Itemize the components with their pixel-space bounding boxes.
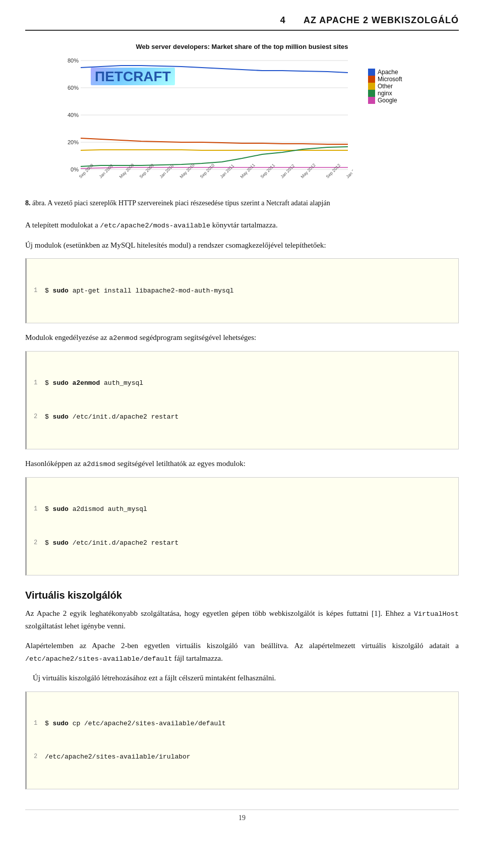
code-line-3-1: 1 $ sudo a2dismod auth_mysql: [34, 504, 451, 515]
netcraft-logo: ПETCRAFT: [91, 68, 175, 85]
code-block-4: 1 $ sudo cp /etc/apache2/sites-available…: [25, 691, 459, 790]
svg-text:May 2011: May 2011: [239, 162, 256, 180]
page-header: 4 AZ APACHE 2 WEBKISZOLGÁLÓ: [25, 15, 459, 31]
code-content-2-1: $ sudo a2enmod auth_mysql: [45, 378, 451, 389]
code-content-2-2: $ sudo /etc/init.d/apache2 restart: [45, 412, 451, 423]
para3-text: Modulok engedélyezése az: [25, 333, 109, 341]
para6-text: Alapértelemben az Apache 2-ben egyetlen …: [25, 642, 459, 650]
chart-title: Web server developers: Market share of t…: [60, 43, 424, 50]
code-line-4-1: 1 $ sudo cp /etc/apache2/sites-available…: [34, 718, 451, 729]
chapter-number: 4: [280, 15, 286, 25]
code-content-1-1: $ sudo apt-get install libapache2-mod-au…: [45, 285, 451, 297]
legend-other: Other: [368, 83, 424, 90]
svg-text:Sep 2010: Sep 2010: [199, 162, 215, 179]
svg-text:Sep 2012: Sep 2012: [325, 162, 341, 179]
code-content-4-2: /etc/apache2/sites-available/irulabor: [45, 751, 451, 763]
code-line-1-1: 1 $ sudo apt-get install libapache2-mod-…: [34, 285, 451, 297]
svg-text:20%: 20%: [68, 139, 79, 145]
para3-end: segédprogram segítségével lehetséges:: [138, 333, 256, 341]
svg-text:Jan 2012: Jan 2012: [279, 163, 295, 179]
line-num-1-1: 1: [34, 285, 45, 297]
line-num-3-2: 2: [34, 538, 45, 549]
chart-area: ПETCRAFT 80% 60% 40% 20% 0%: [60, 53, 359, 185]
legend-label-google: Google: [378, 97, 397, 104]
para4-text: Hasonlóképpen az: [25, 459, 83, 468]
svg-text:60%: 60%: [68, 85, 79, 91]
section-heading-virtual: Virtuális kiszolgálók: [25, 590, 459, 601]
code-content-4-1: $ sudo cp /etc/apache2/sites-available/d…: [45, 718, 451, 729]
code-content-3-2: $ sudo /etc/init.d/apache2 restart: [45, 538, 451, 549]
paragraph-6: Alapértelemben az Apache 2-ben egyetlen …: [25, 640, 459, 665]
para7-text: Új virtuális kiszolgáló létrehozásához e…: [33, 674, 276, 682]
legend-label-microsoft: Microsoft: [378, 76, 402, 83]
chart-wrap: ПETCRAFT 80% 60% 40% 20% 0%: [60, 53, 424, 185]
svg-text:Sep 2011: Sep 2011: [259, 162, 276, 179]
page-number: 19: [238, 814, 246, 822]
legend-color-microsoft: [368, 76, 375, 83]
legend-label-nginx: nginx: [378, 90, 392, 97]
para6-code: /etc/apache2/sites-available/default: [25, 655, 172, 663]
line-num-4-1: 1: [34, 718, 45, 729]
line-num-4-2: 2: [34, 751, 45, 763]
paragraph-7: Új virtuális kiszolgáló létrehozásához e…: [25, 672, 459, 684]
figure-number: 8.: [25, 199, 31, 207]
para1-text: A telepített modulokat a: [25, 221, 100, 229]
svg-text:Jan 2011: Jan 2011: [219, 163, 235, 179]
code-line-2-2: 2 $ sudo /etc/init.d/apache2 restart: [34, 412, 451, 423]
code-block-2: 1 $ sudo a2enmod auth_mysql 2 $ sudo /et…: [25, 351, 459, 449]
paragraph-3: Modulok engedélyezése az a2enmod segédpr…: [25, 331, 459, 344]
code-block-3: 1 $ sudo a2dismod auth_mysql 2 $ sudo /e…: [25, 477, 459, 575]
para1-code: /etc/apache2/mods-available: [100, 222, 210, 229]
legend-color-google: [368, 97, 375, 104]
code-block-1: 1 $ sudo apt-get install libapache2-mod-…: [25, 258, 459, 323]
legend-color-nginx: [368, 90, 375, 97]
line-num-2-1: 1: [34, 378, 45, 389]
code-line-2-1: 1 $ sudo a2enmod auth_mysql: [34, 378, 451, 389]
figure-caption-text: ábra. A vezető piaci szereplők HTTP szer…: [32, 199, 330, 207]
svg-text:May 2012: May 2012: [299, 162, 317, 180]
paragraph-4: Hasonlóképpen az a2dismod segítségével l…: [25, 457, 459, 470]
legend-color-other: [368, 83, 375, 90]
paragraph-2: Új modulok (esetünkben az MySQL hitelesí…: [25, 239, 459, 252]
paragraph-1: A telepített modulokat a /etc/apache2/mo…: [25, 219, 459, 232]
para5-code: VirtualHost: [414, 610, 459, 618]
svg-text:Jan 2013: Jan 2013: [345, 163, 353, 179]
line-num-3-1: 1: [34, 504, 45, 515]
svg-text:80%: 80%: [68, 57, 79, 64]
legend-microsoft: Microsoft: [368, 76, 424, 83]
figure-caption: 8. ábra. A vezető piaci szereplők HTTP s…: [25, 198, 459, 209]
para1-end: könyvtár tartalmazza.: [210, 221, 278, 229]
code-content-3-1: $ sudo a2dismod auth_mysql: [45, 504, 451, 515]
line-num-2-2: 2: [34, 412, 45, 423]
page-footer: 19: [25, 809, 459, 822]
svg-text:Jan 2010: Jan 2010: [158, 163, 174, 179]
header-text: AZ APACHE 2 WEBKISZOLGÁLÓ: [304, 15, 459, 25]
header-title: 4 AZ APACHE 2 WEBKISZOLGÁLÓ: [280, 15, 459, 26]
svg-text:0%: 0%: [71, 166, 79, 172]
code-line-4-2: 2 /etc/apache2/sites-available/irulabor: [34, 751, 451, 763]
legend-google: Google: [368, 97, 424, 104]
para4-code: a2dismod: [83, 460, 115, 468]
chart-svg-area: ПETCRAFT 80% 60% 40% 20% 0%: [60, 53, 353, 185]
svg-text:Sep 2008: Sep 2008: [78, 162, 94, 179]
legend-label-other: Other: [378, 83, 393, 90]
para6-end: fájl tartalmazza.: [172, 654, 223, 662]
para5-end: szolgáltatást lehet igénybe venni.: [25, 622, 126, 630]
legend-nginx: nginx: [368, 90, 424, 97]
chart-legend: Apache Microsoft Other nginx: [368, 53, 424, 104]
chart-container: Web server developers: Market share of t…: [25, 43, 459, 189]
code-line-3-2: 2 $ sudo /etc/init.d/apache2 restart: [34, 538, 451, 549]
para4-end: segítségével letilthatók az egyes modulo…: [115, 459, 246, 468]
legend-color-apache: [368, 69, 375, 76]
svg-text:40%: 40%: [68, 112, 79, 118]
legend-apache: Apache: [368, 69, 424, 76]
legend-label-apache: Apache: [378, 69, 398, 76]
netcraft-logo-area: ПETCRAFT: [91, 69, 175, 85]
paragraph-5: Az Apache 2 egyik leghatékonyabb szolgál…: [25, 607, 459, 632]
para2-text: Új modulok (esetünkben az MySQL hitelesí…: [25, 241, 326, 249]
para3-code: a2enmod: [109, 334, 138, 342]
svg-text:May 2009: May 2009: [118, 162, 135, 180]
para5-text: Az Apache 2 egyik leghatékonyabb szolgál…: [25, 609, 414, 617]
page: 4 AZ APACHE 2 WEBKISZOLGÁLÓ Web server d…: [25, 0, 459, 852]
